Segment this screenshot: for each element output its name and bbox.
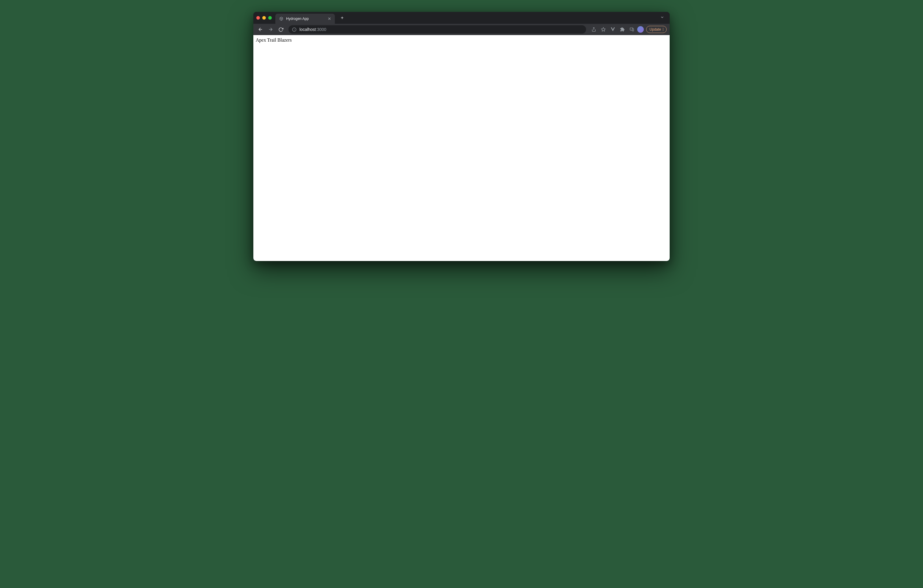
tab-favicon-icon (279, 16, 284, 21)
tab-title: Hydrogen App (286, 16, 309, 21)
svg-marker-6 (601, 27, 605, 31)
url-port: :3000 (316, 27, 326, 32)
address-bar[interactable]: localhost:3000 (288, 25, 586, 34)
forward-button[interactable] (266, 25, 275, 34)
page-body-text: Apex Trail Blazers (256, 38, 667, 43)
window-close-button[interactable] (256, 16, 260, 20)
window-maximize-button[interactable] (268, 16, 272, 20)
toolbar-actions: Update (590, 25, 667, 34)
update-button-label: Update (649, 27, 661, 31)
browser-window: Hydrogen App ✕ + (253, 12, 670, 261)
tab-close-button[interactable]: ✕ (328, 16, 331, 21)
menu-dots-icon (663, 28, 664, 31)
tab-bar: Hydrogen App ✕ + (253, 12, 670, 24)
bookmark-star-icon[interactable] (599, 25, 608, 34)
reload-button[interactable] (276, 25, 285, 34)
profile-avatar[interactable] (637, 26, 644, 33)
url-text: localhost:3000 (299, 27, 326, 32)
update-button[interactable]: Update (646, 26, 667, 33)
site-info-icon[interactable] (292, 27, 296, 32)
extensions-puzzle-icon[interactable] (618, 25, 627, 34)
url-host: localhost (299, 27, 316, 32)
browser-tab[interactable]: Hydrogen App ✕ (275, 14, 335, 24)
window-controls (256, 16, 272, 20)
tab-list-dropdown[interactable] (658, 15, 667, 21)
extension-v-icon[interactable] (609, 25, 617, 34)
browser-toolbar: localhost:3000 (253, 24, 670, 35)
window-minimize-button[interactable] (262, 16, 266, 20)
new-tab-button[interactable]: + (339, 14, 345, 21)
devices-icon[interactable] (628, 25, 636, 34)
page-viewport: Apex Trail Blazers (253, 35, 670, 261)
back-button[interactable] (256, 25, 264, 34)
svg-rect-8 (632, 29, 634, 31)
share-icon[interactable] (590, 25, 598, 34)
